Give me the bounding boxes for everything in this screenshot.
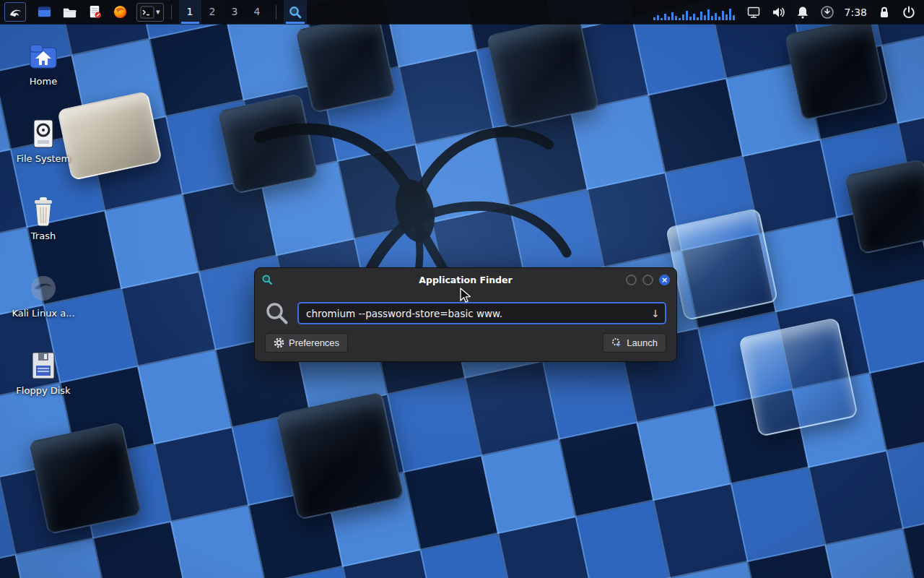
firefox-icon	[113, 4, 128, 20]
logout-power-icon[interactable]	[902, 5, 916, 20]
desktop-icon-file-system[interactable]: File System	[12, 113, 75, 191]
titlebar-left	[261, 274, 313, 285]
kali-linux-icon	[27, 268, 59, 304]
application-finder-window: Application Finder × ↓ Prefer	[254, 267, 677, 362]
close-button[interactable]: ×	[659, 275, 670, 285]
launch-button[interactable]: Launch	[603, 333, 666, 353]
terminal-icon	[140, 6, 154, 19]
search-row: ↓	[265, 301, 666, 325]
application-finder-icon	[288, 5, 302, 20]
workspace-button-1[interactable]: 1	[179, 0, 201, 24]
desktop-icon-label: Floppy Disk	[16, 386, 70, 396]
desktop-icon-column: Home File System Trash	[12, 36, 75, 423]
wallpaper-cube	[785, 17, 889, 121]
search-input-wrap: ↓	[297, 302, 666, 324]
close-icon: ×	[661, 276, 668, 284]
desktop-icon-floppy-disk[interactable]: Floppy Disk	[12, 345, 75, 423]
preferences-button[interactable]: Preferences	[265, 333, 348, 353]
launch-button-label: Launch	[627, 337, 658, 348]
lock-icon[interactable]	[877, 5, 892, 20]
applications-menu-button[interactable]	[4, 2, 26, 22]
panel-clock[interactable]: 7:38	[845, 7, 867, 18]
wallpaper-cube	[276, 392, 404, 520]
desktop-icon-trash[interactable]: Trash	[12, 191, 75, 268]
home-folder-icon	[27, 36, 60, 72]
desktop-icon-label: Kali Linux a...	[12, 309, 74, 319]
mouse-cursor	[460, 288, 474, 303]
top-panel: ▾ 1 2 3 4	[0, 0, 924, 24]
wallpaper-cube	[666, 208, 779, 322]
panel-launchers	[35, 3, 128, 22]
text-editor-icon	[87, 4, 103, 20]
trash-can-icon	[27, 191, 59, 227]
file-manager-launcher[interactable]	[35, 3, 53, 22]
desktop-icon-home[interactable]: Home	[12, 36, 75, 113]
dialog-buttons-row: Preferences Launch	[265, 333, 666, 353]
volume-icon[interactable]	[771, 5, 785, 20]
wallpaper-cube	[738, 317, 858, 437]
terminal-dropdown-launcher[interactable]: ▾	[136, 3, 164, 22]
folder-launcher[interactable]	[61, 3, 78, 22]
workspace-button-2[interactable]: 2	[201, 0, 224, 24]
desktop-icon-label: File System	[17, 154, 70, 164]
panel-separator	[276, 5, 276, 20]
workspace-switcher: 1 2 3 4	[179, 0, 269, 24]
wallpaper-cube	[29, 422, 142, 535]
panel-tray: 7:38	[653, 4, 916, 20]
updates-icon[interactable]	[820, 5, 834, 20]
gear-icon	[274, 337, 284, 348]
kali-logo-icon	[7, 4, 23, 20]
firefox-launcher[interactable]	[111, 3, 128, 22]
history-dropdown-arrow-icon[interactable]: ↓	[651, 308, 660, 319]
desktop-icon-label: Home	[30, 77, 57, 87]
maximize-button[interactable]	[642, 275, 653, 285]
workspace-button-3[interactable]: 3	[224, 0, 246, 24]
file-manager-icon	[37, 4, 52, 20]
desktop-icon-label: Trash	[31, 231, 56, 241]
window-title: Application Finder	[313, 275, 618, 285]
search-icon	[265, 301, 289, 325]
text-editor-launcher[interactable]	[86, 3, 103, 22]
chevron-down-icon: ▾	[156, 8, 160, 16]
system-monitor-graph[interactable]	[653, 4, 736, 20]
taskbar-application-finder-button[interactable]	[284, 0, 307, 24]
workspace-button-4[interactable]: 4	[246, 0, 269, 24]
notifications-bell-icon[interactable]	[796, 5, 810, 20]
folder-icon	[62, 4, 77, 20]
launch-icon	[611, 337, 622, 348]
preferences-button-label: Preferences	[289, 337, 339, 348]
desktop-icon-kali-linux[interactable]: Kali Linux a...	[12, 268, 75, 345]
display-icon[interactable]	[746, 5, 761, 20]
floppy-disk-icon	[27, 345, 59, 381]
search-input[interactable]	[297, 302, 666, 324]
minimize-button[interactable]	[626, 275, 637, 285]
window-app-icon	[261, 274, 273, 285]
panel-separator	[171, 5, 172, 20]
window-controls: ×	[618, 275, 670, 285]
file-system-drive-icon	[27, 113, 59, 150]
